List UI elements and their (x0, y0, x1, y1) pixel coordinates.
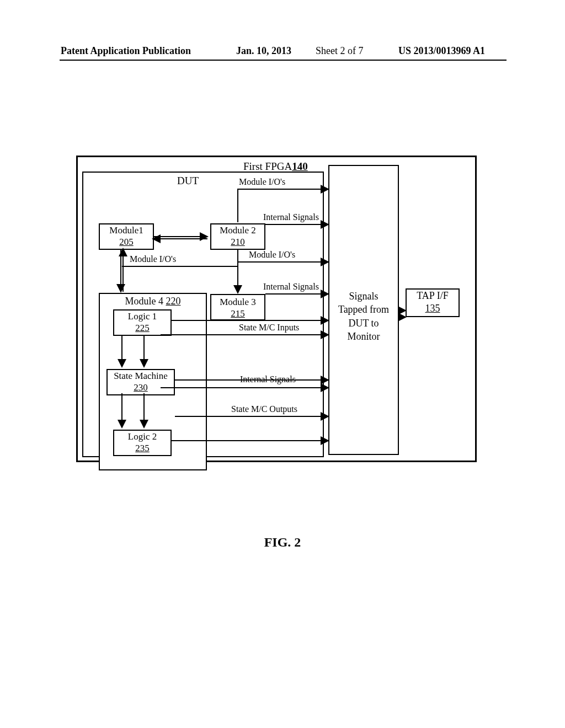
fpga-container: First FPGA140 DUT Module1 205 Module 2 2… (76, 156, 477, 462)
logic-2-label: Logic 2 (114, 431, 170, 442)
logic-2-box: Logic 2 235 (113, 430, 172, 456)
page-root: Patent Application Publication Jan. 10, … (0, 0, 565, 728)
logic-1-label: Logic 1 (114, 311, 170, 322)
signal-label-state-outputs: State M/C Outputs (231, 404, 297, 414)
module-3-box: Module 3 215 (210, 294, 265, 320)
monitor-text: Signals Tapped from DUT to Monitor (329, 290, 398, 343)
logic-1-num: 225 (114, 322, 170, 334)
module-3-num: 215 (211, 308, 264, 319)
signal-label-internal-m2: Internal Signals (263, 212, 319, 222)
signal-label-internal-m3: Internal Signals (263, 282, 319, 292)
signal-label-module-ios-mid: Module I/O's (130, 254, 176, 264)
module-4-title: Module 4 220 (100, 294, 206, 308)
state-machine-num: 230 (108, 382, 174, 393)
module-4-label: Module 4 (125, 296, 164, 307)
signal-label-internal-sm: Internal Signals (240, 374, 296, 384)
publication-date: Jan. 10, 2013 (236, 45, 291, 57)
monitor-line-3: DUT to (329, 317, 398, 330)
first-fpga-num: 140 (292, 160, 308, 172)
first-fpga-text: First FPGA (243, 160, 292, 172)
publication-type: Patent Application Publication (61, 45, 191, 57)
first-fpga-label: First FPGA140 (243, 160, 308, 173)
monitor-line-4: Monitor (329, 330, 398, 343)
tap-label: TAP I/F (407, 290, 459, 302)
tap-if-box: TAP I/F 135 (406, 288, 460, 317)
figure-caption: FIG. 2 (0, 535, 565, 550)
monitor-line-1: Signals (329, 290, 398, 303)
document-number: US 2013/0013969 A1 (398, 45, 485, 57)
module-1-box: Module1 205 (99, 223, 154, 250)
module-4-num: 220 (166, 296, 181, 307)
signal-label-module-ios-top: Module I/O's (239, 177, 285, 187)
module-2-box: Module 2 210 (210, 223, 265, 250)
sheet-number: Sheet 2 of 7 (316, 45, 363, 57)
module-1-num: 205 (100, 236, 153, 248)
tap-num: 135 (407, 302, 459, 315)
state-machine-label: State Machine (108, 370, 174, 382)
module-2-label: Module 2 (211, 224, 264, 236)
header-rule (60, 60, 507, 61)
monitor-line-2: Tapped from (329, 303, 398, 316)
logic-1-box: Logic 1 225 (113, 309, 172, 336)
signal-label-module-ios-m3: Module I/O's (249, 250, 295, 260)
monitor-box: Signals Tapped from DUT to Monitor (328, 165, 399, 455)
module-4-box: Module 4 220 Logic 1 225 State Machine 2… (99, 293, 207, 470)
module-2-num: 210 (211, 236, 264, 248)
module-1-label: Module1 (100, 224, 153, 236)
logic-2-num: 235 (114, 442, 170, 454)
state-machine-box: State Machine 230 (106, 369, 175, 395)
signal-label-state-inputs: State M/C Inputs (239, 323, 299, 333)
module-3-label: Module 3 (211, 296, 264, 308)
